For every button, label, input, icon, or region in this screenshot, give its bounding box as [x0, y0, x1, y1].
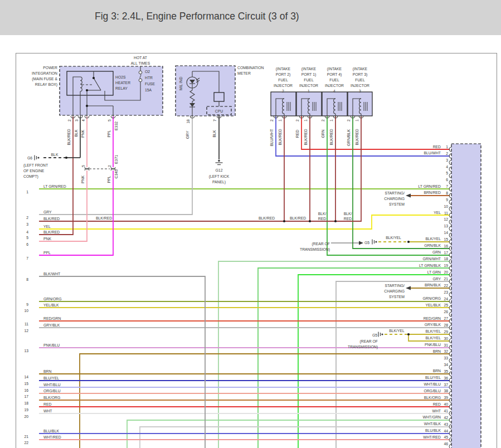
pin-wire-label: GRN/BLK: [424, 244, 441, 247]
diagram-label: 2: [295, 119, 299, 121]
remote-ground-icon: [375, 241, 377, 242]
pin-wire-label: GRN: [432, 250, 441, 254]
pin-number: 30: [444, 337, 448, 340]
diagram-label: HO2S: [115, 75, 126, 79]
diagram-label: FUEL: [304, 78, 314, 82]
diagram-label: 15A: [145, 88, 152, 92]
pin-number: 7: [446, 184, 448, 188]
left-row-label: WHT: [43, 409, 52, 413]
left-row-number: 12: [24, 329, 28, 333]
pin-number: 33: [444, 356, 448, 360]
pin-number: 5: [446, 171, 448, 175]
diagram-label: (LEFT KICK: [209, 174, 230, 179]
diagram-label: GRN: [321, 129, 325, 138]
left-row-label: BLK/ORG: [43, 396, 60, 400]
diagram-label: CHARGING: [384, 289, 405, 293]
pin-wire-label: YEL/BLK: [425, 303, 441, 307]
pin-number: 41: [444, 409, 448, 413]
pin-wire-label: GRN/ORG: [423, 296, 441, 300]
pin-number: 36: [444, 376, 448, 380]
left-row-label: PNK: [43, 237, 51, 241]
junction-dot: [407, 333, 410, 335]
pin-number: 19: [444, 264, 448, 267]
left-row-number: 5: [26, 236, 28, 240]
pin-number: 45: [444, 435, 448, 439]
diagram-label: INJECTOR: [351, 84, 369, 87]
junction-dot: [86, 105, 88, 107]
diagram-label: INJECTOR: [299, 84, 318, 87]
pin-wire-label: WHT/BLU: [424, 382, 441, 386]
junction-dot: [334, 220, 337, 222]
left-row-label: RED: [43, 402, 51, 406]
left-row-number: 11: [25, 322, 28, 326]
diagram-label: E371: [114, 155, 118, 164]
diagram-label: RED: [344, 217, 352, 221]
pin-number: 38: [444, 389, 448, 393]
left-row-number: 9: [26, 303, 28, 306]
left-row-number: 22: [24, 441, 28, 445]
diagram-label: RED: [295, 130, 299, 138]
diagram-label: (MAIN FUSE &: [32, 77, 57, 81]
diagram-label: BLK/RED: [259, 216, 275, 220]
diagram-label: INJECTOR: [325, 84, 344, 87]
fuel-injector-3-box: [348, 92, 372, 116]
left-row-label: WHT/RED: [43, 435, 61, 439]
diagram-label: GRY: [186, 130, 189, 139]
diagram-label: G6: [27, 156, 32, 160]
diagram-label: RELAY BOX): [35, 82, 57, 87]
pin-wire-label: BRN/RED: [424, 191, 441, 194]
junction-dot: [93, 77, 95, 79]
arrow-right-icon: [359, 241, 363, 245]
diagram-label: FUEL: [329, 78, 339, 82]
pin-number: 22: [444, 284, 448, 288]
diagram-label: SYSTEM: [389, 202, 405, 206]
diagram-label: CPU: [215, 109, 223, 113]
diagram-label: FUEL: [355, 78, 365, 82]
junction-dot: [309, 220, 311, 222]
pin-wire-label: WHT: [432, 409, 441, 413]
pin-wire-label: GRY/BLK: [425, 323, 441, 327]
diagram-label: (LEFT FRONT: [23, 163, 48, 168]
left-row-label: YEL/BLK: [43, 303, 59, 307]
diagram-label: BLK: [212, 130, 216, 137]
pin-number: 17: [444, 251, 448, 255]
pin-wire-label: YEL: [434, 211, 441, 215]
left-row-number: 4: [26, 230, 28, 234]
pin-number: 29: [444, 330, 448, 334]
pin-number: 34: [444, 363, 448, 367]
pin-number: 27: [444, 316, 448, 320]
diagram-label: 3: [359, 89, 361, 93]
diagram-label: BLK/YEL: [389, 329, 405, 333]
pin-wire-label: BLK/YEL: [425, 329, 441, 333]
diagram-label: BLK/RED: [290, 216, 306, 220]
left-row-label: GRY: [43, 210, 52, 214]
left-row-label: PPL: [43, 251, 51, 255]
remote-ground-icon: [381, 333, 383, 335]
pin-number: 2: [446, 152, 448, 155]
diagram-label: E332: [114, 121, 118, 130]
pin-number: 37: [444, 383, 448, 387]
diagram-label: 18: [186, 119, 190, 124]
junction-dot: [283, 220, 285, 222]
diagram-label: SYSTEM: [389, 295, 405, 299]
diagram-label: STARTING/: [385, 191, 405, 195]
left-row-number: 17: [24, 395, 28, 398]
diagram-label: BLK: [74, 129, 78, 137]
left-row-number: 18: [24, 401, 28, 405]
wiring-diagram-page: Fig 3: 2.4L, Engine Performance Circuit …: [0, 0, 501, 448]
left-row-number: 2: [26, 216, 28, 220]
wire-pin19-ltgrnblk: [258, 268, 450, 448]
pin-wire-label: BLK/YEL: [425, 336, 441, 340]
diagram-label: METER: [237, 71, 251, 75]
pin-wire-label: BLK/ORG: [424, 396, 441, 400]
diagram-label: STARTING/: [385, 284, 405, 288]
pin-wire-label: RED/GRN: [424, 316, 441, 320]
left-row-number: 1: [26, 190, 28, 194]
diagram-label: BLK/YEL: [386, 236, 401, 240]
pin-wire-label: PNK/BLU: [425, 343, 441, 347]
diagram-label: G5: [364, 241, 369, 245]
diagram-label: (INTAKE: [353, 67, 368, 71]
pin-number: 44: [444, 429, 448, 433]
junction-dot: [65, 157, 67, 159]
diagram-label: 3: [75, 119, 79, 121]
